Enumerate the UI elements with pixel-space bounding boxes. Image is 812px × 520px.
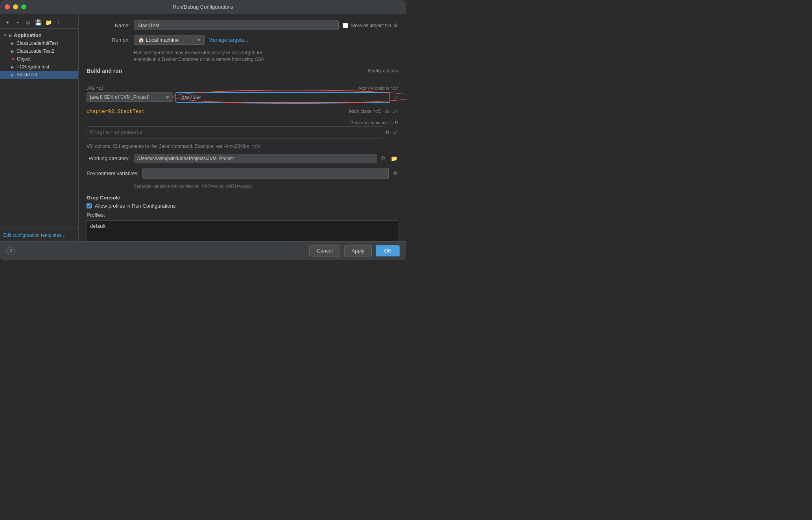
maximize-button[interactable] <box>21 4 26 9</box>
sidebar: + − ⧉ 💾 📁 ↕ ▼ ▶ Application ▶ ClassLoade… <box>0 14 79 241</box>
bottom-right: Cancel Apply OK <box>309 245 400 256</box>
allow-profiles-checkbox[interactable] <box>87 203 92 208</box>
save-config-button[interactable]: 💾 <box>34 18 42 27</box>
sidebar-item-label: PCRegisterTest <box>17 64 49 70</box>
jre-vm-row: JRE ⌥J Add VM options ⌥V java 8 SDK of '… <box>87 79 398 103</box>
cancel-button[interactable]: Cancel <box>309 245 340 256</box>
main-class-hint: Main class ⌥C <box>349 109 382 114</box>
env-vars-input[interactable] <box>142 168 389 179</box>
env-vars-hint: Separate variables with semicolon: VAR=v… <box>134 184 398 188</box>
expand-icon[interactable]: ⤢ <box>394 94 398 100</box>
application-group: ▼ ▶ Application ▶ ClassLoaderInitTest ▶ … <box>0 30 78 79</box>
bottom-bar: ? Cancel Apply OK <box>0 241 406 260</box>
vm-options-hint: VM options. CLI arguments to the 'Java' … <box>87 144 398 149</box>
main-class-row: chapter02.StackTest Main class ⌥C ⧉ ⤢ <box>87 107 398 116</box>
copy-icon[interactable]: ⧉ <box>384 107 389 116</box>
sidebar-item-classloadertest2[interactable]: ▶ ClassLoaderTest2 <box>0 47 78 55</box>
jre-vm-controls-row: java 8 SDK of 'JVM_Project' ▼ ⤢ <box>87 92 398 103</box>
folder-config-button[interactable]: 📁 <box>44 18 53 27</box>
application-group-label: Application <box>14 32 42 38</box>
working-dir-row: Working directory: ⧉ 📁 <box>87 154 398 163</box>
jre-select[interactable]: java 8 SDK of 'JVM_Project' <box>87 92 173 102</box>
profiles-box: default <box>87 220 398 241</box>
run-on-row: Run on: 🏠 Local machine ▼ Manage targets… <box>87 35 398 45</box>
profiles-label: Profiles: <box>87 212 398 218</box>
add-vm-hint-label: Add VM options ⌥V <box>358 86 398 91</box>
sidebar-item-label: Object <box>17 56 31 62</box>
edit-templates-link[interactable]: Edit configuration templates... <box>3 232 65 238</box>
main-class-value: chapter02.StackTest <box>87 109 349 114</box>
chevron-down-icon: ▼ <box>3 33 7 37</box>
store-project-col: Store as project file ⚙ <box>343 22 398 28</box>
build-run-section-header: Build and run Modify options <box>87 68 398 74</box>
program-args-section: Program arguments ⌥R ⧉ ⤢ <box>87 120 398 139</box>
sort-config-button[interactable]: ↕ <box>54 18 63 27</box>
sidebar-item-stacktest[interactable]: ▶ StackTest <box>0 71 78 79</box>
sidebar-items: ▼ ▶ Application ▶ ClassLoaderInitTest ▶ … <box>0 30 78 229</box>
run-on-select-wrapper: 🏠 Local machine ▼ <box>134 35 205 45</box>
folder-icon[interactable]: 📁 <box>390 155 398 162</box>
application-group-icon: ▶ <box>9 33 12 38</box>
copy-icon[interactable]: ⧉ <box>380 154 386 162</box>
application-group-header[interactable]: ▼ ▶ Application <box>0 31 78 39</box>
env-vars-row: Environment variables: ⧉ <box>87 168 398 179</box>
sidebar-item-pcregistertest[interactable]: ▶ PCRegisterTest <box>0 63 78 71</box>
env-vars-label: Environment variables: <box>87 170 138 176</box>
sidebar-item-object[interactable]: ✖ Object <box>0 55 78 63</box>
allow-profiles-label: Allow profiles in Run Configurations <box>95 203 175 209</box>
add-config-button[interactable]: + <box>3 18 12 27</box>
sidebar-item-label: ClassLoaderInitTest <box>17 41 58 46</box>
minimize-button[interactable] <box>13 4 18 9</box>
run-config-error-icon: ✖ <box>11 57 15 62</box>
run-on-select[interactable]: 🏠 Local machine <box>134 35 205 45</box>
working-dir-label: Working directory: <box>87 155 130 161</box>
apply-button[interactable]: Apply <box>344 245 372 256</box>
bottom-left: ? <box>6 247 15 255</box>
run-on-label: Run on: <box>87 37 130 43</box>
help-button[interactable]: ? <box>6 247 15 255</box>
copy-icon[interactable]: ⧉ <box>385 128 390 136</box>
gear-icon[interactable]: ⚙ <box>393 22 398 28</box>
sidebar-item-label: ClassLoaderTest2 <box>17 48 54 54</box>
vm-options-wrapper <box>175 92 390 103</box>
sidebar-item-label: StackTest <box>17 72 37 77</box>
allow-profiles-row: Allow profiles in Run Configurations <box>87 203 398 209</box>
run-config-icon: ▶ <box>11 65 14 70</box>
expand-icon[interactable]: ⤢ <box>392 129 398 136</box>
sidebar-toolbar: + − ⧉ 💾 📁 ↕ <box>0 17 78 29</box>
program-args-input[interactable] <box>87 126 383 139</box>
window-title: Run/Debug Configurations <box>173 4 233 10</box>
ok-button[interactable]: OK <box>376 245 400 256</box>
name-store-row: Name: Store as project file ⚙ <box>87 20 398 30</box>
working-dir-input[interactable] <box>134 154 376 163</box>
sidebar-item-classloaderinitTest[interactable]: ▶ ClassLoaderInitTest <box>0 39 78 47</box>
sidebar-footer: Edit configuration templates... <box>0 229 78 241</box>
close-button[interactable] <box>5 4 10 9</box>
titlebar: Run/Debug Configurations <box>0 0 406 14</box>
store-project-checkbox[interactable] <box>343 23 348 28</box>
copy-icon[interactable]: ⧉ <box>393 169 398 177</box>
copy-config-button[interactable]: ⧉ <box>24 18 32 27</box>
run-on-hint: Run configurations may be executed local… <box>134 50 398 63</box>
program-args-hint-label: Program arguments ⌥R <box>351 120 398 125</box>
remove-config-button[interactable]: − <box>13 18 22 27</box>
profiles-default-item: default <box>90 223 395 229</box>
store-project-label: Store as project file <box>351 23 391 28</box>
jre-hint-label: JRE ⌥J <box>87 86 103 91</box>
jre-select-wrapper: java 8 SDK of 'JVM_Project' ▼ <box>87 92 173 102</box>
expand-icon[interactable]: ⤢ <box>392 107 398 115</box>
build-run-title: Build and run <box>87 68 122 74</box>
window-controls <box>5 4 26 9</box>
manage-targets-link[interactable]: Manage targets... <box>209 37 248 43</box>
run-config-icon: ▶ <box>11 49 14 54</box>
content-panel: Name: Store as project file ⚙ Run on: 🏠 … <box>79 14 406 241</box>
name-label: Name: <box>87 22 130 28</box>
vm-options-input[interactable] <box>175 92 390 103</box>
grep-console-section: Grep Console Allow profiles in Run Confi… <box>87 195 398 241</box>
modify-options-link[interactable]: Modify options <box>368 68 398 74</box>
run-config-icon: ▶ <box>11 72 14 77</box>
main-layout: + − ⧉ 💾 📁 ↕ ▼ ▶ Application ▶ ClassLoade… <box>0 14 406 241</box>
name-input[interactable] <box>134 20 339 30</box>
grep-console-title: Grep Console <box>87 195 398 201</box>
run-config-icon: ▶ <box>11 41 14 46</box>
